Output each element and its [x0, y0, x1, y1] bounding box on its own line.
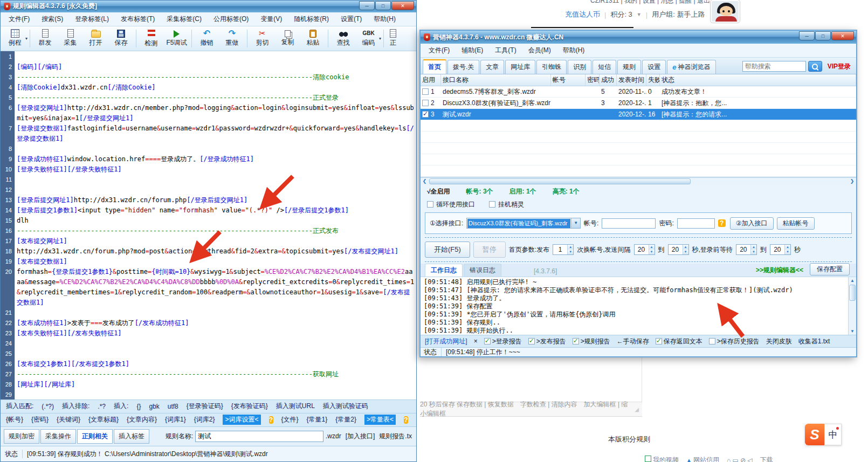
account-input[interactable] — [602, 218, 656, 229]
right-titlebar[interactable]: 营销神器4.3.7.6 - www.wzdr.cn 微赚达人.CN ─□✕ — [421, 31, 856, 44]
insert-tag-item[interactable]: 插入测试验证码 — [323, 402, 368, 411]
down-arrow-icon[interactable]: ▼ — [751, 250, 756, 254]
menu-item[interactable]: 变量(V) — [254, 15, 288, 24]
paste-account-button[interactable]: 粘贴帐号 — [777, 217, 815, 230]
checkbox[interactable] — [656, 338, 662, 344]
insert-tag-item[interactable]: gbk — [149, 403, 159, 410]
row-checkbox[interactable] — [422, 100, 429, 106]
toolbar-icons[interactable]: ⌂ ▭ ⊘ ◁ — [727, 457, 753, 462]
sogou-icon[interactable]: S — [805, 424, 824, 445]
log-lines[interactable]: [09:51:48] 启用规则已执行完毕! ~[09:51:47] [神器提示:… — [421, 278, 848, 335]
checkbox[interactable] — [709, 338, 715, 344]
report-option[interactable]: >保存历史报告 — [709, 337, 760, 346]
editor-line-text[interactable]: [网址库][/网址库] — [15, 380, 416, 390]
main-tab[interactable]: 规则 — [617, 60, 641, 74]
editor-line-text[interactable] — [15, 185, 416, 195]
scrollbar-thumb[interactable] — [429, 178, 691, 184]
bottom-tab[interactable]: 插入标签 — [114, 429, 149, 444]
down-arrow-icon[interactable]: ▼ — [785, 250, 790, 254]
editor-line-text[interactable]: ----------------------------------------… — [15, 93, 416, 103]
column-header[interactable]: 失败 — [646, 74, 660, 86]
editor-line-text[interactable] — [15, 390, 416, 399]
report-option[interactable]: >发布报告 — [528, 337, 566, 346]
insert-tag-item[interactable]: {密码} — [31, 415, 49, 424]
toggle-option[interactable]: 挂机精灵 — [489, 200, 524, 209]
editor-line-text[interactable]: [登录成功特征1]window.location.href====登录成功了。[… — [15, 154, 416, 164]
editor-line-text[interactable] — [15, 52, 416, 62]
spinner-value[interactable]: 20 — [736, 246, 750, 253]
recharge-link[interactable]: 充值达人币 — [565, 10, 600, 19]
menu-item[interactable]: 搜索(S) — [36, 15, 69, 24]
up-arrow-icon[interactable]: ▲ — [649, 245, 655, 250]
insert-tag-item[interactable]: {词库2} — [194, 415, 215, 424]
rule-name-input[interactable] — [195, 431, 323, 442]
number-spinner[interactable]: 1▲▼ — [553, 244, 574, 255]
main-tab[interactable]: 引蜘蛛 — [536, 60, 567, 74]
help-icon[interactable]: ? — [269, 416, 273, 424]
editor-line-text[interactable] — [15, 144, 416, 154]
toolbar-button[interactable]: 例程▾ — [2, 27, 27, 50]
editor-line-text[interactable]: [编码][/编码] — [15, 62, 416, 72]
insert-tag-item[interactable]: .*? — [98, 403, 106, 410]
add-interface-link[interactable]: [加入接口] — [346, 432, 375, 441]
toolbar-button[interactable]: GBK编码▾ — [356, 27, 381, 50]
row-checkbox[interactable] — [422, 88, 429, 95]
menu-item[interactable]: 文件(F) — [423, 46, 456, 55]
insert-tag-item[interactable]: {登录验证码} — [187, 402, 223, 411]
chevron-down-icon[interactable]: ▼ — [637, 12, 642, 17]
insert-tag-item[interactable]: {文件} — [281, 415, 299, 424]
column-header[interactable]: 状态 — [660, 74, 856, 86]
column-header[interactable]: 发表时间 — [617, 74, 646, 86]
insert-tag-item[interactable]: >词库设置< — [223, 415, 260, 425]
toggle-option[interactable]: 循环使用接口 — [427, 200, 475, 209]
editor-line-text[interactable]: [登录后提交网址1]http://dx31.wzdr.cn/forum.php[… — [15, 195, 416, 205]
toolbar-button[interactable]: F5调试 — [164, 27, 189, 50]
editor-line-text[interactable]: [发布提交网址1] — [15, 236, 416, 246]
toolbar-button[interactable]: ↷重做 — [219, 27, 245, 50]
minimize-button[interactable]: ─ — [359, 1, 375, 10]
main-tab[interactable]: 首页 — [423, 59, 446, 74]
menu-item[interactable]: 随机标签(R) — [288, 15, 335, 24]
open-success-url-link[interactable]: [打开成功网址] — [425, 337, 467, 346]
spinner-arrows[interactable]: ▲▼ — [784, 245, 790, 254]
menu-item[interactable]: 文件(F) — [3, 15, 36, 24]
pause-button[interactable]: 暂停 — [473, 242, 506, 258]
toolbar-button[interactable]: 粘贴 — [300, 27, 326, 50]
enable-cell[interactable]: 2 — [421, 99, 441, 107]
menu-item[interactable]: 发布标签(T) — [115, 15, 161, 24]
up-arrow-icon[interactable]: ▲ — [751, 245, 756, 250]
report-option[interactable]: >规则报告 — [573, 337, 610, 346]
column-header[interactable]: 帐号 — [551, 74, 585, 86]
down-arrow-icon[interactable]: ▼ — [683, 250, 688, 254]
avatar[interactable] — [711, 0, 740, 23]
forum-rule-link[interactable]: 本版积分规则 — [608, 435, 650, 444]
spinner-arrows[interactable]: ▲▼ — [683, 245, 688, 254]
editor-line-text[interactable]: [清除Cookie]dx31.wzdr.cn[/清除Cookie] — [15, 82, 416, 93]
editor-line-text[interactable]: [发布提交数据1] — [15, 257, 416, 267]
spinner-value[interactable]: 20 — [669, 246, 683, 253]
toolbar-button[interactable]: 保存 — [108, 27, 134, 50]
editor-line-text[interactable]: [登录失败特征1][/登录失败特征1] — [15, 164, 416, 175]
main-tab[interactable]: 识别 — [568, 60, 591, 74]
insert-tag-item[interactable]: {常量2} — [335, 415, 356, 424]
maximize-button[interactable]: □ — [375, 1, 391, 10]
search-button[interactable] — [808, 61, 822, 72]
bottom-tab[interactable]: 正则相关 — [77, 429, 113, 444]
insert-tag-item[interactable]: 插入排除: — [62, 402, 89, 411]
toolbar-button[interactable]: 正 — [386, 27, 400, 50]
insert-tag-item[interactable]: {文章标题} — [88, 415, 119, 424]
minimize-button[interactable]: ─ — [799, 31, 815, 40]
menu-item[interactable]: 帮助(H) — [368, 15, 402, 24]
insert-tag-item[interactable]: >常量表< — [364, 415, 396, 425]
main-tab[interactable]: 拨号.关 — [447, 60, 479, 74]
ime-bar[interactable]: S 中 — [805, 424, 842, 445]
editor-line-text[interactable]: ----------------------------------------… — [15, 72, 416, 82]
insert-tag-item[interactable]: utf8 — [168, 403, 178, 410]
rule-editor-link[interactable]: >>规则编辑器<< — [756, 266, 803, 277]
bottom-tab[interactable]: 采集操作 — [40, 429, 76, 444]
editor-line-text[interactable] — [15, 339, 416, 349]
webpage-editor-toolbar[interactable]: 20 秒后保存 保存数据 | 恢复数据 字数检查 | 清除内容 加大编辑框 | … — [420, 402, 642, 417]
column-header[interactable]: 密码 — [585, 74, 600, 86]
option-text[interactable]: ←手动保存 — [617, 337, 649, 346]
toolbar-button[interactable]: 查找 — [330, 27, 356, 50]
